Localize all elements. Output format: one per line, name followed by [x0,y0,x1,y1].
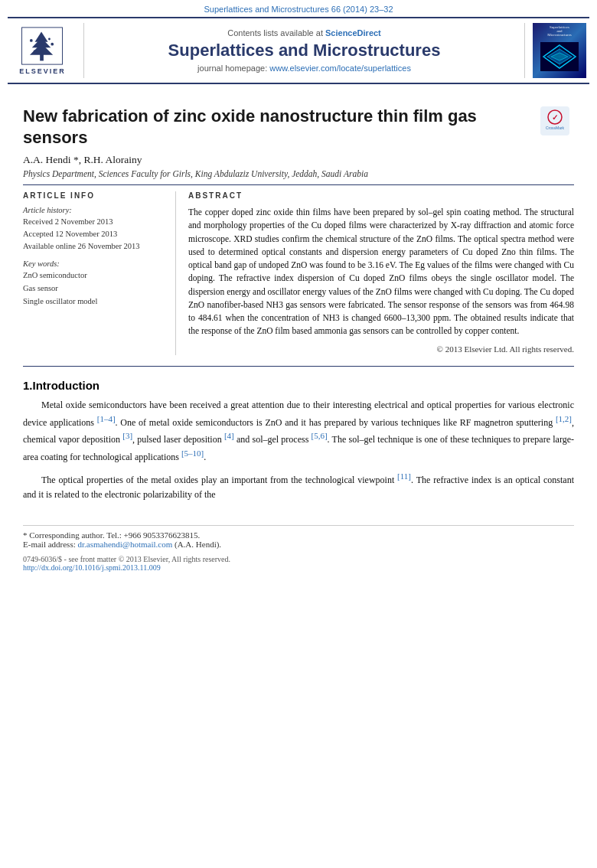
ref-4[interactable]: [4] [224,431,234,440]
email-prefix: E-mail address: [23,540,77,549]
svg-point-9 [49,38,51,41]
article-info-column: ARTICLE INFO Article history: Received 2… [23,191,176,355]
corresponding-author-note: * Corresponding author. Tel.: +966 90533… [23,530,574,540]
journal-cover-container: SuperlatticesandMicrostructures [524,23,589,78]
abstract-column: ABSTRACT The copper doped zinc oxide thi… [188,191,574,355]
keyword-1: ZnO semiconductor [23,269,166,282]
abstract-text: The copper doped zinc oxide thin films h… [188,206,574,355]
sciencedirect-line: Contents lists available at ScienceDirec… [227,28,381,38]
ref-3[interactable]: [3] [122,431,132,440]
received-date: Received 2 November 2013 [23,216,166,228]
affiliation: Physics Department, Sciences Faculty for… [23,169,574,178]
ref-5-10[interactable]: [5–10] [181,449,204,458]
article-info-abstract: ARTICLE INFO Article history: Received 2… [23,191,574,355]
header-divider [23,184,574,185]
journal-header-center: Contents lists available at ScienceDirec… [84,23,524,78]
ref-1-4[interactable]: [1–4] [97,414,116,423]
crossmark-badge[interactable]: ✓ CrossMark [536,106,574,136]
abstract-paragraph: The copper doped zinc oxide thin films h… [188,206,574,338]
elsevier-tree-icon [20,26,64,66]
homepage-prefix: journal homepage: [197,64,269,73]
svg-point-7 [51,43,54,46]
ref-5-6[interactable]: [5,6] [312,431,328,440]
homepage-url[interactable]: www.elsevier.com/locate/superlattices [269,64,411,73]
sciencedirect-link[interactable]: ScienceDirect [325,28,381,38]
rights-text: © 2013 Elsevier Ltd. All rights reserved… [188,343,574,356]
issn-text: 0749-6036/$ - see front matter © 2013 El… [23,555,574,563]
accepted-date: Accepted 12 November 2013 [23,228,166,240]
section-number: 1. [23,379,33,392]
email-link[interactable]: dr.asmahendi@hotmail.com [77,540,172,549]
journal-ref-text: Superlattices and Microstructures 66 (20… [204,5,393,14]
elsevier-logo-container: ELSEVIER [8,23,84,78]
abstract-label: ABSTRACT [188,191,574,200]
cover-title-text: SuperlatticesandMicrostructures [534,25,585,37]
ref-1-2[interactable]: [1,2] [556,414,572,423]
intro-paragraph-2: The optical properties of the metal oxid… [23,470,574,501]
keywords-label: Key words: [23,259,166,268]
journal-title: Superlattices and Microstructures [168,41,441,60]
article-title: New fabrication of zinc oxide nanostruct… [23,106,528,148]
ref-11[interactable]: [11] [397,472,411,481]
journal-homepage: journal homepage: www.elsevier.com/locat… [197,64,411,73]
keyword-3: Single oscillator model [23,295,166,308]
doi-link[interactable]: http://dx.doi.org/10.1016/j.spmi.2013.11… [23,563,574,572]
article-history-block: Article history: Received 2 November 201… [23,206,166,252]
email-note: E-mail address: dr.asmahendi@hotmail.com… [23,540,574,549]
cover-graphic-icon [540,42,579,71]
svg-point-8 [34,50,37,53]
author-names: A.A. Hendi *, R.H. Alorainy [23,154,142,165]
journal-header: ELSEVIER Contents lists available at Sci… [8,17,589,84]
svg-text:✓: ✓ [552,113,558,122]
footer-bottom: 0749-6036/$ - see front matter © 2013 El… [23,555,574,572]
journal-reference: Superlattices and Microstructures 66 (20… [0,0,597,17]
svg-point-6 [30,39,33,42]
article-info-label: ARTICLE INFO [23,191,166,200]
authors: A.A. Hendi *, R.H. Alorainy [23,154,574,166]
elsevier-wordmark: ELSEVIER [19,67,66,75]
footer-area: * Corresponding author. Tel.: +966 90533… [23,525,574,572]
article-content: New fabrication of zinc oxide nanostruct… [0,84,597,516]
page: Superlattices and Microstructures 66 (20… [0,0,597,868]
keywords-block: Key words: ZnO semiconductor Gas sensor … [23,259,166,308]
author-initial: (A.A. Hendi). [175,540,221,549]
intro-heading-text: Introduction [33,379,100,392]
keyword-2: Gas sensor [23,282,166,295]
introduction-heading: 1.Introduction [23,379,574,392]
crossmark-icon: ✓ CrossMark [540,106,569,135]
footnote-tel: * Corresponding author. Tel.: +966 90533… [23,530,200,540]
sciencedirect-prefix: Contents lists available at [227,28,325,38]
available-date: Available online 26 November 2013 [23,240,166,253]
history-label: Article history: [23,206,166,214]
section-divider [23,366,574,367]
svg-text:CrossMark: CrossMark [546,126,565,130]
intro-paragraph-1: Metal oxide semiconductors have been rec… [23,398,574,464]
crossmark-svg-icon: ✓ CrossMark [543,109,567,133]
elsevier-logo: ELSEVIER [19,26,66,75]
article-title-section: New fabrication of zinc oxide nanostruct… [23,106,574,148]
journal-cover-image: SuperlatticesandMicrostructures [533,23,586,78]
